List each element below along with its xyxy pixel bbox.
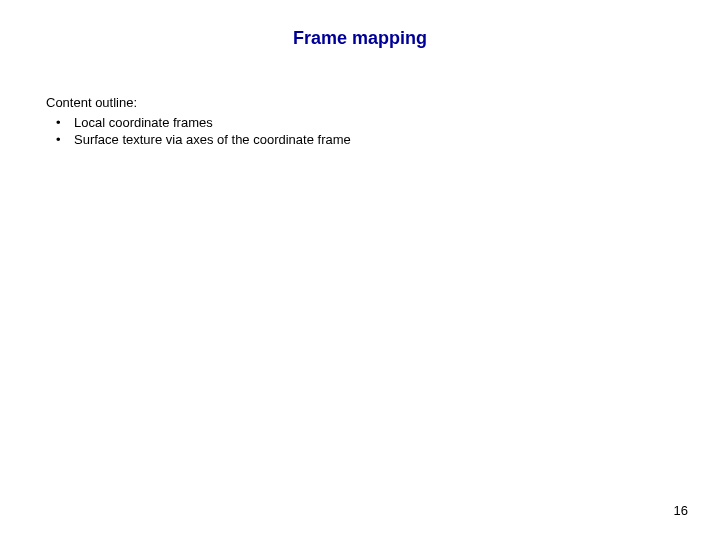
list-item: Surface texture via axes of the coordina… — [46, 131, 351, 149]
slide-title: Frame mapping — [0, 28, 720, 49]
bullet-list: Local coordinate frames Surface texture … — [46, 114, 351, 149]
page-number: 16 — [674, 503, 688, 518]
list-item: Local coordinate frames — [46, 114, 351, 132]
content-outline: Content outline: Local coordinate frames… — [46, 94, 351, 149]
outline-heading: Content outline: — [46, 94, 351, 112]
